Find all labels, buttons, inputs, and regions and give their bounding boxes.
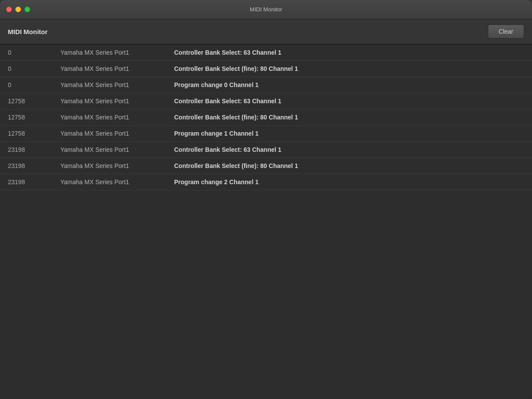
row-message: Controller Bank Select (fine): 80 Channe… — [166, 109, 532, 126]
row-message: Controller Bank Select: 63 Channel 1 — [166, 45, 532, 61]
row-source: Yamaha MX Series Port1 — [52, 77, 166, 93]
row-message: Controller Bank Select (fine): 80 Channe… — [166, 61, 532, 77]
title-bar: MIDI Monitor — [0, 0, 532, 19]
row-source: Yamaha MX Series Port1 — [52, 126, 166, 142]
row-timestamp: 23198 — [0, 142, 52, 158]
minimize-button[interactable] — [15, 7, 21, 12]
table-row: 0Yamaha MX Series Port1Controller Bank S… — [0, 61, 532, 77]
toolbar: MIDI Monitor Clear — [0, 19, 532, 44]
row-source: Yamaha MX Series Port1 — [52, 45, 166, 61]
row-timestamp: 0 — [0, 61, 52, 77]
main-window: MIDI Monitor MIDI Monitor Clear 0Yamaha … — [0, 0, 532, 399]
clear-button[interactable]: Clear — [488, 24, 524, 38]
row-source: Yamaha MX Series Port1 — [52, 174, 166, 190]
content-area: 0Yamaha MX Series Port1Controller Bank S… — [0, 45, 532, 399]
window-title: MIDI Monitor — [250, 6, 282, 13]
row-source: Yamaha MX Series Port1 — [52, 93, 166, 109]
row-message: Program change 0 Channel 1 — [166, 77, 532, 93]
row-message: Controller Bank Select: 63 Channel 1 — [166, 142, 532, 158]
midi-table: 0Yamaha MX Series Port1Controller Bank S… — [0, 45, 532, 190]
row-timestamp: 12758 — [0, 93, 52, 109]
row-message: Controller Bank Select (fine): 80 Channe… — [166, 158, 532, 174]
row-message: Program change 1 Channel 1 — [166, 126, 532, 142]
row-source: Yamaha MX Series Port1 — [52, 158, 166, 174]
traffic-lights — [6, 7, 30, 12]
table-row: 12758Yamaha MX Series Port1Program chang… — [0, 126, 532, 142]
row-source: Yamaha MX Series Port1 — [52, 61, 166, 77]
row-timestamp: 0 — [0, 45, 52, 61]
table-row: 23198Yamaha MX Series Port1Controller Ba… — [0, 142, 532, 158]
close-button[interactable] — [6, 7, 12, 12]
row-source: Yamaha MX Series Port1 — [52, 142, 166, 158]
table-row: 23198Yamaha MX Series Port1Program chang… — [0, 174, 532, 190]
app-title: MIDI Monitor — [8, 28, 48, 35]
row-timestamp: 23198 — [0, 174, 52, 190]
row-message: Program change 2 Channel 1 — [166, 174, 532, 190]
maximize-button[interactable] — [24, 7, 30, 12]
row-message: Controller Bank Select: 63 Channel 1 — [166, 93, 532, 109]
row-timestamp: 12758 — [0, 109, 52, 126]
table-row: 0Yamaha MX Series Port1Program change 0 … — [0, 77, 532, 93]
row-timestamp: 0 — [0, 77, 52, 93]
table-row: 12758Yamaha MX Series Port1Controller Ba… — [0, 93, 532, 109]
table-row: 12758Yamaha MX Series Port1Controller Ba… — [0, 109, 532, 126]
table-row: 0Yamaha MX Series Port1Controller Bank S… — [0, 45, 532, 61]
row-timestamp: 12758 — [0, 126, 52, 142]
table-row: 23198Yamaha MX Series Port1Controller Ba… — [0, 158, 532, 174]
row-source: Yamaha MX Series Port1 — [52, 109, 166, 126]
row-timestamp: 23198 — [0, 158, 52, 174]
